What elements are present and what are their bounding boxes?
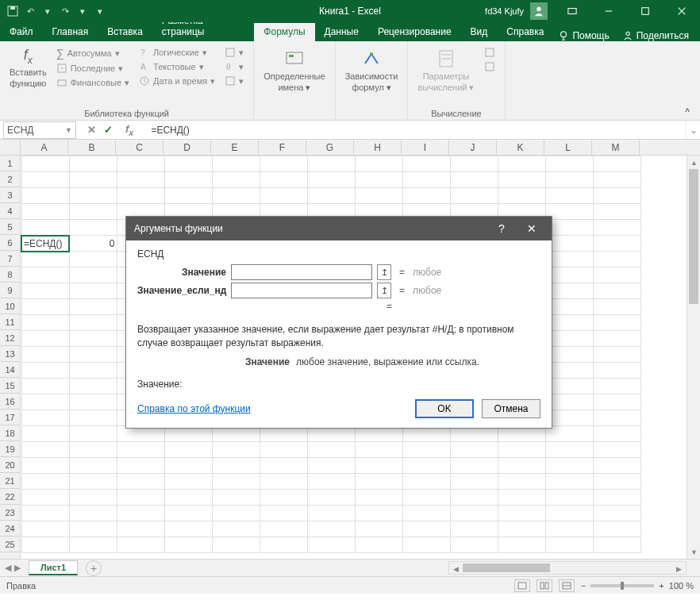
cancel-formula-icon[interactable]: ✕ (87, 124, 96, 136)
cell[interactable] (545, 537, 593, 553)
row-header[interactable]: 14 (0, 362, 20, 378)
row-header[interactable]: 18 (0, 425, 20, 441)
cell[interactable] (164, 537, 212, 553)
column-header[interactable]: D (163, 140, 211, 155)
cell[interactable] (21, 379, 69, 394)
cell[interactable] (355, 474, 402, 490)
cell[interactable] (117, 156, 164, 172)
row-header[interactable]: 7 (0, 251, 20, 267)
zoom-control[interactable]: − + 100 % (581, 581, 694, 590)
cell[interactable] (545, 442, 593, 458)
range-select-icon[interactable]: ↥ (377, 283, 391, 298)
tab-data[interactable]: Данные (315, 23, 368, 41)
math-functions-button[interactable]: θ▾ (223, 60, 245, 73)
cell[interactable] (69, 379, 117, 394)
row-header[interactable]: 22 (0, 489, 20, 505)
defined-names-button[interactable]: Определенные имена ▾ (259, 44, 329, 95)
cell[interactable]: =ЕСНД() (21, 236, 69, 252)
cell[interactable] (212, 521, 260, 537)
scrollbar-thumb[interactable] (463, 563, 550, 572)
cell[interactable] (117, 474, 164, 490)
cell[interactable] (355, 521, 402, 537)
cell[interactable] (307, 172, 355, 188)
cell[interactable] (355, 442, 402, 458)
cell[interactable] (21, 410, 69, 426)
cell[interactable] (212, 172, 260, 188)
row-header[interactable]: 4 (0, 203, 20, 219)
cell[interactable] (21, 220, 69, 236)
cell[interactable] (117, 490, 164, 506)
maximize-icon[interactable] (627, 0, 663, 22)
cell[interactable] (593, 410, 640, 426)
cell[interactable] (355, 537, 402, 553)
lookup-functions-button[interactable]: ▾ (223, 46, 245, 59)
cell[interactable] (593, 204, 640, 220)
scroll-left-icon[interactable]: ◀ (449, 562, 463, 575)
scrollbar-thumb[interactable] (689, 169, 698, 304)
cell[interactable] (21, 267, 69, 283)
cell[interactable] (212, 506, 260, 521)
cell[interactable] (212, 156, 260, 172)
share-button[interactable]: Поделиться (617, 30, 694, 41)
cell[interactable] (212, 537, 260, 553)
column-header[interactable]: B (68, 140, 116, 155)
cell[interactable] (21, 188, 69, 204)
cell[interactable] (21, 442, 69, 458)
cell[interactable] (593, 426, 640, 442)
cell[interactable]: 0 (69, 236, 117, 252)
cell[interactable] (450, 172, 498, 188)
cell[interactable] (21, 315, 69, 331)
cell[interactable] (21, 363, 69, 379)
cell[interactable] (69, 188, 117, 204)
text-functions-button[interactable]: AТекстовые ▾ (137, 60, 217, 73)
arg1-input[interactable] (231, 264, 372, 280)
column-header[interactable]: F (259, 140, 306, 155)
cell[interactable] (21, 521, 69, 537)
normal-view-icon[interactable] (514, 579, 530, 592)
cell[interactable] (69, 204, 117, 220)
insert-function-button[interactable]: fx Вставить функцию (5, 44, 52, 91)
row-header[interactable]: 19 (0, 441, 20, 457)
cell[interactable] (212, 458, 260, 474)
cell[interactable] (498, 537, 545, 553)
column-header[interactable]: A (21, 140, 68, 155)
tell-me-button[interactable]: Помощь (553, 30, 613, 41)
row-header[interactable]: 23 (0, 505, 20, 521)
cell[interactable] (545, 331, 593, 347)
tab-formulas[interactable]: Формулы (254, 23, 314, 41)
column-header[interactable]: M (592, 140, 640, 155)
cell[interactable] (545, 172, 593, 188)
user-name[interactable]: fd34 Kjufy (485, 6, 524, 16)
cell[interactable] (593, 220, 640, 236)
name-box[interactable]: ЕСНД▼ (3, 121, 76, 139)
cell[interactable] (593, 363, 640, 379)
cell[interactable] (498, 172, 545, 188)
cell[interactable] (593, 490, 640, 506)
arg2-input[interactable] (231, 283, 372, 298)
cell[interactable] (545, 410, 593, 426)
cell[interactable] (355, 188, 402, 204)
cell[interactable] (69, 506, 117, 521)
cell[interactable] (260, 490, 307, 506)
more-functions-button[interactable]: ▾ (223, 75, 245, 87)
cell[interactable] (69, 156, 117, 172)
cell[interactable] (307, 442, 355, 458)
cell[interactable] (545, 458, 593, 474)
row-header[interactable]: 2 (0, 171, 20, 187)
cell[interactable] (69, 426, 117, 442)
cell[interactable] (593, 156, 640, 172)
cell[interactable] (307, 537, 355, 553)
cell[interactable] (69, 410, 117, 426)
cell[interactable] (498, 490, 545, 506)
cell[interactable] (69, 458, 117, 474)
column-header[interactable]: J (449, 140, 497, 155)
avatar[interactable] (530, 2, 548, 20)
datetime-functions-button[interactable]: Дата и время ▾ (137, 75, 217, 87)
row-header[interactable]: 24 (0, 521, 20, 537)
cell[interactable] (593, 506, 640, 521)
formula-input[interactable] (146, 125, 686, 136)
minimize-icon[interactable] (590, 0, 627, 22)
cell[interactable] (307, 458, 355, 474)
cell[interactable] (117, 458, 164, 474)
cell[interactable] (545, 363, 593, 379)
